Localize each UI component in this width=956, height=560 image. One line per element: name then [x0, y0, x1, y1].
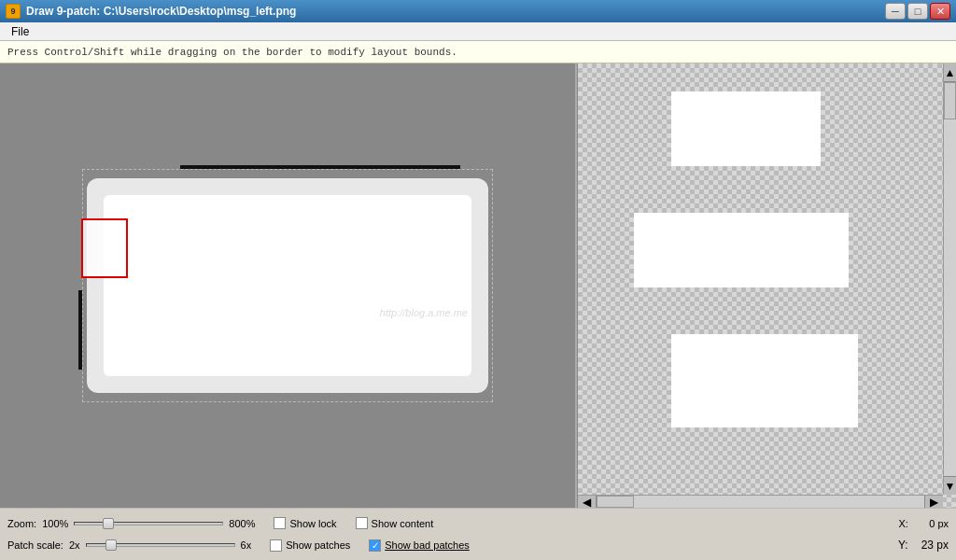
info-bar: Press Control/Shift while dragging on th… — [0, 41, 956, 63]
scrollbar-thumb-v[interactable] — [944, 82, 956, 119]
zoom-max-label: 800% — [229, 518, 255, 529]
x-coord: X: 0 px — [899, 518, 949, 529]
scrollbar-thumb-h[interactable] — [597, 496, 634, 508]
show-lock-group: Show lock — [274, 517, 336, 529]
show-lock-checkbox[interactable] — [274, 517, 286, 529]
show-bad-patches-checkbox[interactable]: ✓ — [369, 539, 381, 552]
top-stretch-bar — [180, 165, 460, 169]
patch-scale-label: Patch scale: — [7, 539, 63, 551]
zoom-label: Zoom: — [7, 518, 36, 529]
x-value: 0 px — [911, 518, 949, 529]
show-content-checkbox[interactable] — [356, 517, 368, 529]
file-menu[interactable]: File — [4, 23, 36, 40]
patch-scale-slider-thumb[interactable] — [105, 539, 117, 551]
show-patches-checkbox[interactable] — [270, 539, 282, 552]
y-coord-display: Y: 23 px — [898, 539, 949, 552]
preview-box-small — [671, 91, 821, 166]
patch-scale-min-label: 2x — [69, 539, 80, 551]
show-content-label[interactable]: Show content — [372, 518, 434, 529]
status-bar: Zoom: 100% 800% Show lock Show content X… — [0, 508, 956, 560]
left-stretch-bar — [78, 290, 82, 370]
red-selection-box — [81, 218, 128, 278]
editor-panel[interactable]: http://blog.a.me.me — [0, 63, 574, 508]
window-title: Draw 9-patch: C:\Users\rock\Desktop\msg_… — [26, 5, 296, 18]
patch-image-container: http://blog.a.me.me — [68, 155, 507, 416]
patch-scale-max-label: 6x — [241, 539, 252, 551]
title-bar: 9 Draw 9-patch: C:\Users\rock\Desktop\ms… — [0, 0, 956, 22]
preview-panel[interactable]: ▲ ▼ ◀ ▶ — [578, 63, 956, 508]
patch-scale-slider-track[interactable] — [86, 543, 235, 547]
close-button[interactable]: ✕ — [930, 3, 950, 20]
scrollbar-down-button[interactable]: ▼ — [944, 476, 956, 495]
status-row-1: Zoom: 100% 800% Show lock Show content X… — [7, 517, 949, 529]
patch-inner-content — [104, 195, 471, 376]
scrollbar-right-button[interactable]: ▶ — [924, 496, 943, 508]
y-label: Y: — [898, 539, 908, 552]
zoom-min-label: 100% — [42, 518, 68, 529]
preview-box-medium — [634, 213, 849, 287]
zoom-slider-thumb[interactable] — [103, 518, 114, 529]
preview-scrollbar-horizontal[interactable]: ◀ ▶ — [578, 495, 943, 508]
show-content-group: Show content — [356, 517, 434, 529]
patch-background: http://blog.a.me.me — [87, 178, 488, 393]
menu-bar: File — [0, 22, 956, 41]
title-bar-left: 9 Draw 9-patch: C:\Users\rock\Desktop\ms… — [6, 4, 296, 19]
show-lock-label[interactable]: Show lock — [289, 518, 336, 529]
status-row-2: Patch scale: 2x 6x Show patches ✓ Show b… — [7, 539, 949, 552]
show-patches-label[interactable]: Show patches — [286, 539, 350, 551]
show-bad-patches-group: ✓ Show bad patches — [369, 539, 470, 552]
preview-box-large — [671, 334, 858, 427]
scrollbar-left-button[interactable]: ◀ — [578, 496, 597, 508]
zoom-slider-container: Zoom: 100% 800% — [7, 518, 255, 529]
app-icon: 9 — [6, 4, 21, 19]
preview-checkerboard — [578, 63, 956, 508]
scrollbar-up-button[interactable]: ▲ — [944, 63, 956, 82]
preview-scrollbar-vertical[interactable]: ▲ ▼ — [943, 63, 956, 495]
main-content: http://blog.a.me.me ▲ ▼ ◀ — [0, 63, 956, 508]
coords-display: X: 0 px — [899, 518, 949, 529]
show-patches-group: Show patches — [270, 539, 350, 552]
patch-scale-slider-container: Patch scale: 2x 6x — [7, 539, 251, 551]
x-label: X: — [899, 518, 908, 529]
title-bar-buttons: ─ □ ✕ — [885, 3, 950, 20]
zoom-slider-track[interactable] — [74, 522, 223, 525]
minimize-button[interactable]: ─ — [885, 3, 906, 20]
y-value: 23 px — [911, 539, 949, 552]
watermark-text: http://blog.a.me.me — [380, 307, 468, 318]
restore-button[interactable]: □ — [907, 3, 928, 20]
info-message: Press Control/Shift while dragging on th… — [7, 47, 457, 58]
show-bad-patches-label[interactable]: Show bad patches — [385, 539, 470, 551]
